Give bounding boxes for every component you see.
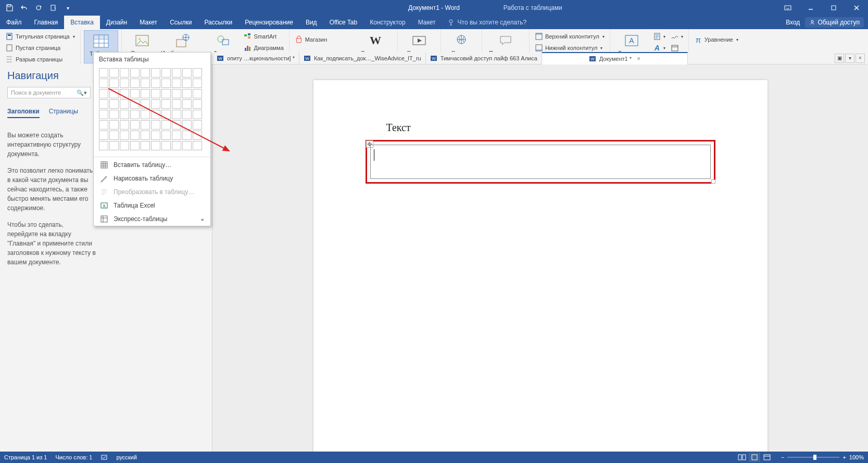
svg-text:A: A bbox=[629, 36, 634, 45]
close-button[interactable] bbox=[845, 0, 868, 16]
blank-page-button[interactable]: Пустая страница bbox=[3, 43, 77, 53]
word-doc-icon: W bbox=[304, 55, 311, 62]
wikipedia-icon: W bbox=[367, 32, 384, 49]
grid-cell[interactable] bbox=[99, 79, 108, 81]
tab-table-design[interactable]: Конструктор bbox=[363, 16, 411, 29]
quick-access-toolbar: ▾ bbox=[0, 2, 77, 14]
tab-references[interactable]: Ссылки bbox=[163, 16, 198, 29]
grid-cell[interactable] bbox=[182, 68, 192, 78]
grid-cell[interactable] bbox=[109, 68, 119, 78]
online-pictures-icon bbox=[174, 32, 191, 49]
grid-cell[interactable] bbox=[99, 68, 108, 78]
svg-rect-24 bbox=[249, 47, 250, 51]
svg-text:W: W bbox=[590, 57, 595, 61]
share-button[interactable]: Общий доступ bbox=[805, 17, 864, 28]
doc-tab-4[interactable]: WДокумент1 *× bbox=[542, 52, 688, 65]
grid-cell[interactable] bbox=[182, 79, 192, 81]
svg-point-7 bbox=[811, 20, 813, 22]
touch-mode-icon[interactable] bbox=[47, 2, 59, 14]
maximize-button[interactable] bbox=[822, 0, 845, 16]
quick-parts-icon bbox=[653, 32, 661, 41]
document-area[interactable]: Текст ✥ bbox=[212, 65, 868, 81]
svg-point-6 bbox=[449, 20, 452, 23]
shapes-icon bbox=[215, 32, 232, 49]
table-icon bbox=[93, 33, 109, 49]
ribbon-display-icon[interactable] bbox=[776, 0, 799, 16]
grid-cell[interactable] bbox=[151, 79, 160, 81]
svg-rect-20 bbox=[248, 33, 250, 35]
redo-icon[interactable] bbox=[32, 2, 45, 14]
svg-rect-16 bbox=[177, 40, 186, 47]
grid-cell[interactable] bbox=[141, 79, 150, 81]
svg-rect-10 bbox=[7, 45, 12, 51]
ribbon-tabs: Файл Главная Вставка Дизайн Макет Ссылки… bbox=[0, 16, 868, 29]
document-page[interactable]: Текст ✥ bbox=[313, 80, 768, 81]
grid-cell[interactable] bbox=[120, 79, 129, 81]
store-button[interactable]: Магазин bbox=[293, 34, 356, 45]
cover-page-icon bbox=[5, 32, 14, 41]
doc-tab-3[interactable]: WТимчасовий доступ лайф 663 Алиса bbox=[426, 52, 542, 65]
tab-table-layout[interactable]: Макет bbox=[412, 16, 442, 29]
grid-cell[interactable] bbox=[130, 68, 140, 78]
tab-view[interactable]: Вид bbox=[299, 16, 323, 29]
sign-in-link[interactable]: Вход bbox=[786, 19, 800, 26]
video-icon bbox=[411, 32, 427, 49]
doc-tab-2[interactable]: WКак_подписать_док…_WiseAdvice_IT_ru bbox=[299, 52, 426, 65]
wordart-icon: A bbox=[653, 44, 661, 52]
svg-point-17 bbox=[218, 36, 224, 42]
grid-cell[interactable] bbox=[130, 79, 140, 81]
tab-file[interactable]: Файл bbox=[0, 16, 28, 29]
grid-cell[interactable] bbox=[109, 79, 119, 81]
svg-rect-23 bbox=[247, 46, 248, 51]
header-button[interactable]: Верхний колонтитул▾ bbox=[533, 31, 607, 42]
grid-cell[interactable] bbox=[172, 79, 181, 81]
grid-cell[interactable] bbox=[193, 68, 202, 78]
tab-review[interactable]: Рецензирование bbox=[238, 16, 299, 29]
tab-insert[interactable]: Вставка bbox=[64, 16, 100, 29]
svg-text:W: W bbox=[432, 56, 436, 61]
grid-cell[interactable] bbox=[161, 79, 171, 81]
qat-customize-icon[interactable]: ▾ bbox=[61, 2, 74, 14]
svg-rect-9 bbox=[8, 34, 11, 36]
signature-icon bbox=[671, 32, 679, 41]
undo-icon[interactable] bbox=[18, 2, 30, 14]
grid-cell[interactable] bbox=[172, 68, 181, 78]
svg-rect-42 bbox=[672, 45, 678, 51]
document-tab-bar: Wопиту …кциональности] * WКак_подписать_… bbox=[212, 52, 867, 65]
tab-mailings[interactable]: Рассылки bbox=[198, 16, 238, 29]
table-size-grid[interactable] bbox=[94, 66, 210, 81]
pictures-icon bbox=[134, 32, 150, 49]
equation-button[interactable]: πУравнение▾ bbox=[692, 34, 740, 45]
smartart-icon bbox=[244, 32, 252, 41]
grid-cell[interactable] bbox=[141, 68, 150, 78]
grid-cell[interactable] bbox=[161, 68, 171, 78]
svg-rect-13 bbox=[136, 35, 148, 46]
tab-close-all-button[interactable]: × bbox=[856, 54, 865, 63]
tell-me-placeholder: Что вы хотите сделать? bbox=[458, 19, 527, 26]
minimize-button[interactable] bbox=[799, 0, 822, 16]
svg-rect-36 bbox=[536, 49, 542, 51]
grid-cell[interactable] bbox=[193, 79, 202, 81]
tab-officetab[interactable]: Office Tab bbox=[323, 16, 364, 29]
page-break-button[interactable]: Разрыв страницы bbox=[3, 54, 77, 65]
word-doc-icon: W bbox=[430, 55, 437, 62]
signature-line-button[interactable]: ▾ bbox=[669, 31, 685, 42]
tab-home[interactable]: Главная bbox=[28, 16, 65, 29]
word-doc-icon: W bbox=[589, 55, 596, 62]
quick-parts-button[interactable]: ▾ bbox=[651, 31, 668, 42]
grid-cell[interactable] bbox=[120, 68, 129, 78]
tell-me-search[interactable]: Что вы хотите сделать? bbox=[442, 16, 532, 29]
store-icon bbox=[295, 35, 303, 44]
new-tab-button[interactable]: ▣ bbox=[835, 54, 844, 63]
smartart-button[interactable]: SmartArt bbox=[242, 31, 286, 42]
svg-rect-8 bbox=[7, 33, 12, 40]
doc-tab-1[interactable]: Wопиту …кциональности] * bbox=[212, 52, 299, 65]
save-icon[interactable] bbox=[3, 2, 16, 14]
svg-text:W: W bbox=[218, 56, 222, 61]
close-tab-icon[interactable]: × bbox=[637, 55, 640, 62]
tab-list-button[interactable]: ▾ bbox=[845, 54, 854, 63]
tab-layout[interactable]: Макет bbox=[133, 16, 163, 29]
grid-cell[interactable] bbox=[151, 68, 160, 78]
cover-page-button[interactable]: Титульная страница▾ bbox=[3, 31, 77, 42]
tab-design[interactable]: Дизайн bbox=[100, 16, 133, 29]
